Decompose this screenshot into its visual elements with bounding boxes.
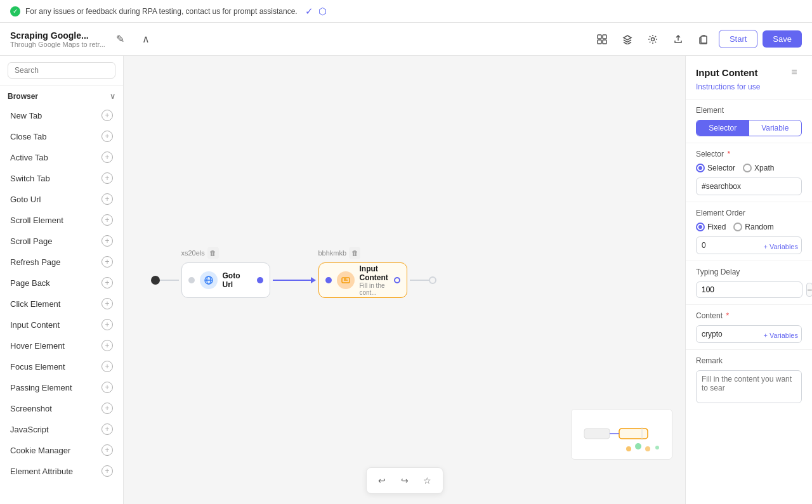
add-icon[interactable]: + [102, 340, 113, 351]
goto-url-node[interactable]: Goto Url [181, 262, 270, 298]
sidebar-item-page-back[interactable]: Page Back + [3, 273, 121, 293]
node-right-connector [257, 277, 263, 283]
selector-tab-button[interactable]: Selector [697, 120, 749, 136]
edit-button[interactable]: ✎ [110, 29, 131, 49]
sidebar-item-label: Hover Element [10, 341, 65, 351]
svg-rect-1 [603, 35, 606, 39]
add-icon[interactable]: + [102, 423, 113, 435]
sidebar-item-goto-url[interactable]: Goto Url + [3, 189, 121, 209]
flow-container: xs20els 🗑 Goto Url [151, 262, 436, 298]
random-radio-label[interactable]: Random [733, 223, 773, 231]
node-left-connector [188, 277, 195, 283]
fixed-radio-label[interactable]: Fixed [696, 223, 726, 231]
sidebar-item-scroll-element[interactable]: Scroll Element + [3, 210, 121, 230]
add-icon[interactable]: + [102, 361, 113, 372]
canvas[interactable]: xs20els 🗑 Goto Url [124, 56, 685, 504]
browser-section-label: Browser [8, 92, 38, 101]
typing-delay-decrease-button[interactable]: − [806, 283, 812, 297]
discord-icon: ⬡ [318, 6, 327, 17]
xpath-radio-label[interactable]: Xpath [743, 164, 774, 172]
sidebar-item-input-content[interactable]: Input Content + [3, 314, 121, 335]
add-icon[interactable]: + [102, 465, 113, 477]
panel-menu-button[interactable]: ≡ [787, 65, 802, 80]
instructions-link[interactable]: Instructions for use [686, 82, 812, 99]
sidebar-item-label: Click Element [10, 299, 60, 309]
mini-map [571, 409, 672, 460]
sidebar-item-click-element[interactable]: Click Element + [3, 294, 121, 314]
node-delete-button[interactable]: 🗑 [207, 247, 219, 259]
redo-button[interactable]: ↪ [396, 472, 414, 489]
add-icon[interactable]: + [102, 256, 113, 268]
sidebar-item-scroll-page[interactable]: Scroll Page + [3, 231, 121, 251]
node-delete-button-2[interactable]: 🗑 [349, 247, 360, 259]
add-icon[interactable]: + [102, 403, 113, 414]
search-input[interactable] [8, 62, 115, 79]
project-info: Scraping Google... Through Google Maps t… [10, 30, 105, 48]
fixed-radio-dot [696, 223, 705, 231]
selector-radio-dot [696, 164, 705, 172]
star-button[interactable]: ☆ [419, 472, 436, 489]
svg-rect-3 [603, 40, 606, 44]
element-label: Element [696, 106, 802, 115]
add-icon[interactable]: + [102, 298, 113, 309]
element-section: Element Selector Variable [686, 99, 812, 143]
svg-point-17 [626, 446, 631, 451]
sidebar-item-element-attribute[interactable]: Element Attribute + [3, 461, 121, 481]
sidebar-item-label: JavaScript [10, 425, 49, 434]
add-icon[interactable]: + [102, 382, 113, 393]
sidebar-item-close-tab[interactable]: Close Tab + [3, 126, 121, 146]
input-content-node[interactable]: Input Content Fill in the cont... [318, 262, 407, 298]
add-icon[interactable]: + [102, 444, 113, 456]
selector-radio-label[interactable]: Selector [696, 164, 735, 172]
undo-button[interactable]: ↩ [373, 472, 391, 489]
remark-textarea[interactable] [696, 370, 802, 403]
add-icon[interactable]: + [102, 152, 113, 163]
sidebar-item-label: Goto Url [10, 195, 41, 204]
sidebar-search-area [0, 56, 123, 86]
sidebar-item-new-tab[interactable]: New Tab + [3, 105, 121, 126]
sidebar-item-label: Passing Element [10, 383, 72, 392]
sidebar-item-passing-element[interactable]: Passing Element + [3, 377, 121, 397]
grid-icon-button[interactable] [592, 29, 612, 49]
element-order-label: Element Order [696, 209, 802, 217]
sidebar-item-refresh-page[interactable]: Refresh Page + [3, 252, 121, 272]
sidebar-item-screenshot[interactable]: Screenshot + [3, 398, 121, 418]
add-icon[interactable]: + [102, 277, 113, 288]
sidebar-item-javascript[interactable]: JavaScript + [3, 419, 121, 439]
node-left-connector-2 [325, 277, 332, 283]
start-button[interactable]: Start [719, 30, 757, 48]
upload-icon-button[interactable] [668, 29, 688, 49]
browser-section-header[interactable]: Browser ∨ [8, 91, 115, 102]
save-button[interactable]: Save [763, 30, 802, 48]
sidebar-item-hover-element[interactable]: Hover Element + [3, 335, 121, 356]
settings-icon-button[interactable] [643, 29, 663, 49]
sidebar-item-label: Refresh Page [10, 257, 61, 267]
add-icon[interactable]: + [102, 214, 113, 226]
required-indicator: * [727, 150, 730, 158]
sidebar-item-focus-element[interactable]: Focus Element + [3, 356, 121, 377]
content-variables-link[interactable]: + Variables [763, 332, 798, 339]
sidebar-item-active-tab[interactable]: Active Tab + [3, 147, 121, 167]
add-icon[interactable]: + [102, 193, 113, 205]
selector-value-input[interactable] [696, 178, 802, 195]
add-icon[interactable]: + [102, 319, 113, 330]
clipboard-icon-button[interactable] [693, 29, 714, 49]
node-id-label: xs20els 🗑 [181, 247, 219, 259]
sidebar-item-cookie-manager[interactable]: Cookie Manager + [3, 440, 121, 460]
variable-tab-button[interactable]: Variable [749, 120, 802, 136]
goto-url-node-wrapper: xs20els 🗑 Goto Url [181, 262, 270, 298]
add-icon[interactable]: + [102, 172, 113, 184]
add-icon[interactable]: + [102, 110, 113, 121]
order-variables-link[interactable]: + Variables [763, 243, 798, 250]
layers-icon-button[interactable] [617, 29, 638, 49]
xpath-radio-dot [743, 164, 752, 172]
start-node-dot [151, 276, 160, 285]
sidebar-item-label: Scroll Page [10, 236, 52, 246]
sidebar-item-switch-tab[interactable]: Switch Tab + [3, 168, 121, 188]
chevron-down-icon: ∨ [110, 92, 115, 101]
add-icon[interactable]: + [102, 131, 113, 142]
typing-delay-input[interactable] [696, 281, 802, 298]
collapse-button[interactable]: ∧ [136, 29, 156, 49]
add-icon[interactable]: + [102, 235, 113, 247]
sidebar-section: Browser ∨ [0, 86, 123, 105]
